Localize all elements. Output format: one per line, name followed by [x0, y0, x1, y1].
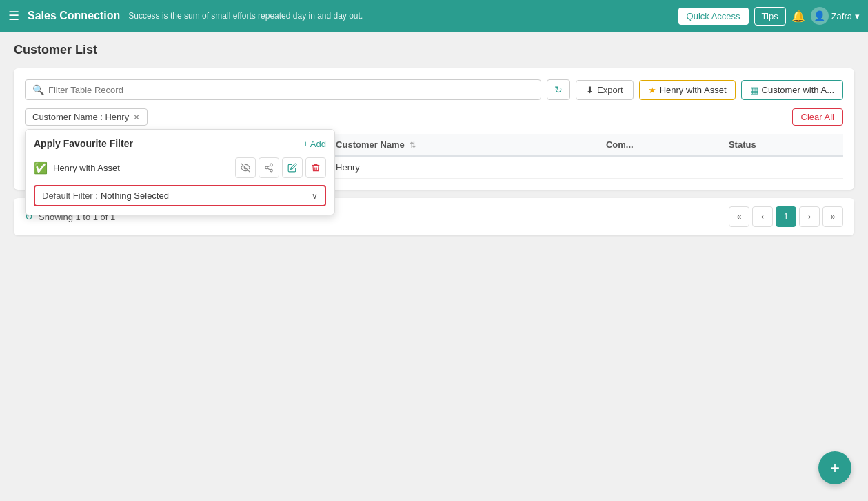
user-avatar-icon: 👤	[811, 7, 829, 25]
svg-point-3	[270, 169, 273, 172]
sort-customer-name-icon[interactable]: ⇅	[410, 141, 416, 149]
app-tagline: Success is the sum of small efforts repe…	[128, 11, 669, 21]
export-icon: ⬇	[586, 85, 594, 95]
share-filter-button[interactable]	[259, 157, 279, 178]
page-title: Customer List	[14, 43, 854, 57]
user-menu[interactable]: 👤 Zafra ▾	[811, 7, 860, 25]
fav-item-check-icon: ✅	[34, 161, 48, 175]
toolbar: 🔍 ↻ ⬇ Export ★ Henry with Asset ▦ Custom…	[25, 79, 843, 100]
svg-line-5	[268, 166, 270, 167]
user-chevron-icon: ▾	[855, 11, 860, 21]
pagination-controls: « ‹ 1 › »	[729, 206, 843, 227]
favourite-filter-popup: Apply Favourite Filter + Add ✅ Henry wit…	[25, 129, 335, 215]
top-header: ☰ Sales Connection Success is the sum of…	[0, 0, 868, 32]
fav-item-actions	[235, 157, 326, 178]
delete-filter-button[interactable]	[305, 157, 326, 178]
col-customer-name: Customer Name ⇅	[327, 134, 598, 156]
fav-popup-header: Apply Favourite Filter + Add	[34, 138, 326, 149]
fav-popup-title: Apply Favourite Filter	[34, 138, 133, 149]
prev-page-button[interactable]: ‹	[752, 206, 773, 227]
customer-filter-label: Customer with A...	[762, 85, 834, 95]
henry-asset-label: Henry with Asset	[660, 85, 727, 95]
col-com: Com...	[598, 134, 720, 156]
filter-tag-remove-button[interactable]: ✕	[133, 112, 140, 122]
search-wrapper: 🔍	[25, 79, 541, 100]
default-filter-label: Default Filter :	[42, 190, 98, 201]
page-content: Customer List 🔍 ↻ ⬇ Export ★ Henry with …	[0, 32, 868, 246]
user-name: Zafra	[831, 11, 852, 21]
fav-filter-item: ✅ Henry with Asset	[34, 157, 326, 178]
svg-point-2	[265, 166, 268, 169]
export-label: Export	[597, 85, 623, 95]
menu-icon[interactable]: ☰	[8, 8, 19, 23]
search-input[interactable]	[48, 85, 534, 95]
svg-point-1	[270, 164, 273, 166]
last-page-button[interactable]: »	[822, 206, 843, 227]
cell-status	[720, 156, 843, 179]
svg-line-4	[268, 168, 270, 170]
app-title: Sales Connection	[28, 10, 120, 22]
default-filter-chevron-icon: ∨	[312, 191, 318, 201]
quick-access-button[interactable]: Quick Access	[678, 8, 749, 25]
filter-bar: Customer Name : Henry ✕ Clear All Apply …	[25, 108, 843, 126]
fav-item-name: Henry with Asset	[53, 163, 230, 173]
active-filter-tag: Customer Name : Henry ✕	[25, 108, 148, 126]
cell-com	[598, 156, 720, 179]
henry-asset-button[interactable]: ★ Henry with Asset	[639, 80, 736, 100]
cell-customer-name: Henry	[327, 156, 598, 179]
bell-icon[interactable]: 🔔	[791, 10, 805, 23]
default-filter-value: Nothing Selected	[101, 190, 312, 201]
main-card: 🔍 ↻ ⬇ Export ★ Henry with Asset ▦ Custom…	[14, 68, 854, 190]
filter-columns-icon: ▦	[750, 85, 758, 95]
header-actions: Quick Access Tips 🔔 👤 Zafra ▾	[678, 7, 860, 26]
default-filter-row[interactable]: Default Filter : Nothing Selected ∨	[34, 185, 326, 206]
next-page-button[interactable]: ›	[799, 206, 820, 227]
clear-all-button[interactable]: Clear All	[792, 108, 843, 126]
customer-filter-button[interactable]: ▦ Customer with A...	[741, 80, 843, 100]
search-icon: 🔍	[32, 84, 44, 95]
export-button[interactable]: ⬇ Export	[576, 80, 634, 100]
refresh-button[interactable]: ↻	[547, 79, 570, 100]
col-status: Status	[720, 134, 843, 156]
page-1-button[interactable]: 1	[776, 206, 796, 227]
star-icon: ★	[648, 85, 656, 95]
filter-tag-label: Customer Name : Henry	[32, 112, 129, 122]
hide-filter-button[interactable]	[235, 157, 256, 178]
add-favourite-button[interactable]: + Add	[303, 139, 326, 149]
edit-filter-button[interactable]	[282, 157, 303, 178]
first-page-button[interactable]: «	[729, 206, 749, 227]
tips-button[interactable]: Tips	[754, 7, 786, 26]
